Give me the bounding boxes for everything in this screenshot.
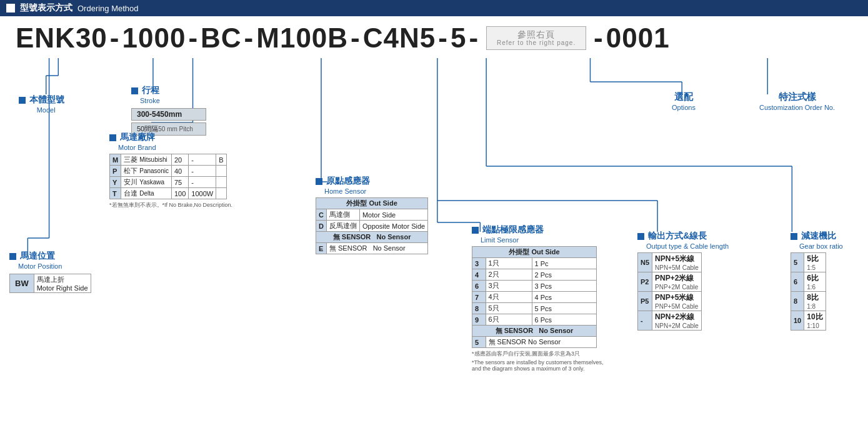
output-cn: 輸出方式&線長 (648, 231, 707, 241)
gearbox-en: Gear box ratio (799, 242, 843, 250)
table-row: 外掛型 Out Side (316, 198, 428, 209)
main-content: ENK30 - 1000 - BC - M100B - C4N5 - 5 - 參… (0, 16, 868, 397)
model-part-bc: BC (201, 22, 242, 54)
table-row: P2 PNP+2米線 PNP+2M Cable (638, 272, 702, 292)
stroke-cn: 行程 (142, 85, 159, 95)
label-motor-position: 馬達位置 Motor Position BW 馬達上折 Motor Right … (9, 251, 91, 293)
model-blue-square (19, 97, 26, 104)
options-cn: 選配 (674, 91, 693, 102)
label-limit-sensor: 端點極限感應器 Limit Sensor 外掛型 Out Side 3 1只 1… (472, 224, 609, 372)
table-row: Y 安川 Yaskawa 75 - (110, 177, 227, 188)
label-motor-brand: 馬達廠牌 Motor Brand M 三菱 Mitsubishi 20 - B … (109, 132, 232, 209)
table-row: 無 SENSOR No Sensor (316, 232, 428, 243)
motor-pos-blue-square (9, 253, 16, 260)
ref-box: 參照右頁 Refer to the right page. (486, 26, 586, 51)
label-model: 本體型號 Model (19, 94, 64, 114)
header-title-cn: 型號表示方式 (20, 2, 72, 14)
table-row: 3 1只 1 Pc (472, 258, 597, 269)
table-row: 7 4只 4 Pcs (472, 292, 597, 303)
model-part-0001: 0001 (606, 22, 670, 54)
table-row: N5 NPN+5米線 NPN+5M Cable (638, 253, 702, 272)
label-custom: 特注式樣 Customization Order No. (759, 91, 835, 112)
limit-sensor-blue-square (472, 227, 479, 234)
header-title-en: Ordering Method (77, 4, 139, 13)
model-cn: 本體型號 (29, 94, 64, 104)
table-row: T 台達 Delta 100 1000W (110, 188, 227, 199)
motor-pos-cn: 馬達位置 (20, 251, 55, 261)
table-row: 10 10比 1:10 (791, 311, 826, 331)
stroke-range: 300-5450mm (131, 108, 206, 121)
output-en: Output type & Cable length (646, 242, 729, 250)
model-en: Model (37, 106, 56, 114)
motor-col-code: M (110, 154, 121, 166)
table-row: 5 5比 1:5 (791, 253, 826, 272)
table-row: 5 無 SENSOR No Sensor (472, 337, 597, 348)
table-row: 9 6只 6 Pcs (472, 314, 597, 326)
label-stroke: 行程 Stroke 300-5450mm 50間隔50 mm Pitch (131, 85, 206, 136)
model-part-1000: 1000 (122, 22, 186, 54)
gearbox-blue-square (791, 233, 797, 240)
content-area: 本體型號 Model 行程 Stroke 300-5450mm 50間隔50 m… (9, 57, 859, 394)
header-bar: 型號表示方式 Ordering Method (0, 0, 868, 16)
limit-sensor-note2: *The sensors are installed by customers … (472, 359, 609, 372)
label-home-sensor: 原點感應器 Home Sensor 外掛型 Out Side C 馬達側 Mot… (316, 176, 428, 254)
table-row: 8 5只 5 Pcs (472, 303, 597, 314)
output-type-table: N5 NPN+5米線 NPN+5M Cable P2 PNP+2米線 PNP+2… (637, 252, 702, 331)
motor-brand-cn: 馬達廠牌 (120, 132, 155, 142)
table-row: 6 3只 3 Pcs (472, 281, 597, 292)
table-row: P5 PNP+5米線 PNP+5M Cable (638, 292, 702, 311)
gearbox-table: 5 5比 1:5 6 6比 1:6 8 8比 (791, 252, 826, 331)
table-row: M 三菱 Mitsubishi 20 - B (110, 154, 227, 166)
limit-sensor-cn: 端點極限感應器 (482, 224, 544, 234)
label-output-type: 輸出方式&線長 Output type & Cable length N5 NP… (637, 231, 729, 331)
motor-brand-blue-square (109, 134, 116, 141)
ref-sub: Refer to the right page. (496, 39, 577, 47)
table-row: 無 SENSOR No Sensor (472, 326, 597, 337)
model-part-5: 5 (451, 22, 466, 54)
table-row: 外掛型 Out Side (472, 247, 597, 258)
model-part-c4n5: C4N5 (363, 22, 436, 54)
table-row: - NPN+2米線 NPN+2M Cable (638, 311, 702, 331)
table-row: 6 6比 1:6 (791, 272, 826, 292)
table-row: P 松下 Panasonic 40 - (110, 166, 227, 177)
ref-main: 參照右頁 (517, 29, 555, 39)
home-sensor-blue-square (316, 178, 322, 185)
home-sensor-cn: 原點感應器 (326, 176, 370, 186)
model-part-enk30: ENK30 (16, 22, 107, 54)
home-sensor-en: Home Sensor (324, 187, 366, 195)
table-row: BW 馬達上折 Motor Right Side (10, 274, 91, 293)
model-part-m100b: M100B (256, 22, 348, 54)
custom-cn: 特注式樣 (779, 91, 816, 102)
home-sensor-table: 外掛型 Out Side C 馬達側 Motor Side D 反馬達側 Opp… (316, 197, 428, 254)
limit-sensor-note1: *感應器由客戶自行安裝,圖面最多示意為3只 (472, 350, 609, 358)
table-row: E 無 SENSOR No Sensor (316, 243, 428, 254)
output-blue-square (637, 233, 644, 240)
label-gearbox: 減速機比 Gear box ratio 5 5比 1:5 6 6比 1:6 (791, 231, 843, 331)
motor-brand-note: *若無煞車則不表示。*If No Brake,No Description. (109, 201, 232, 209)
table-row: 8 8比 1:8 (791, 292, 826, 311)
header-square (6, 4, 15, 12)
model-string-row: ENK30 - 1000 - BC - M100B - C4N5 - 5 - 參… (16, 22, 859, 54)
motor-brand-table: M 三菱 Mitsubishi 20 - B P 松下 Panasonic 40… (109, 154, 227, 199)
limit-sensor-en: Limit Sensor (481, 236, 519, 244)
motor-pos-en: Motor Position (18, 262, 62, 270)
motor-brand-en: Motor Brand (118, 144, 156, 151)
table-row: 4 2只 2 Pcs (472, 269, 597, 281)
stroke-blue-square (131, 87, 138, 94)
table-row: C 馬達側 Motor Side (316, 209, 428, 221)
label-options: 選配 Options (672, 91, 696, 112)
custom-en: Customization Order No. (759, 104, 835, 111)
gearbox-cn: 減速機比 (801, 231, 836, 241)
stroke-en: Stroke (140, 97, 160, 104)
table-row: D 反馬達側 Opposite Motor Side (316, 221, 428, 232)
motor-position-table: BW 馬達上折 Motor Right Side (9, 274, 91, 293)
options-en: Options (672, 104, 696, 111)
limit-sensor-table: 外掛型 Out Side 3 1只 1 Pc 4 2只 2 Pcs 6 3只 3… (472, 246, 597, 348)
